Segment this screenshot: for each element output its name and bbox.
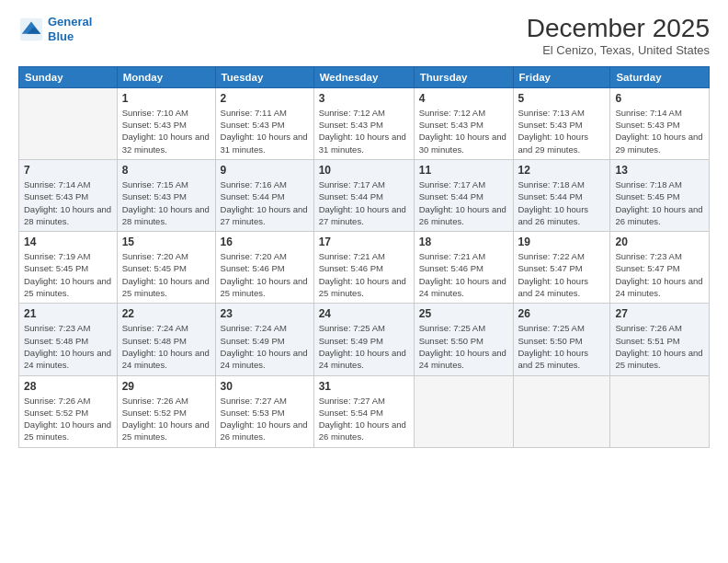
day-info: Sunrise: 7:26 AMSunset: 5:52 PMDaylight:…	[24, 395, 112, 443]
day-info: Sunrise: 7:22 AMSunset: 5:47 PMDaylight:…	[518, 250, 606, 299]
day-number: 24	[319, 307, 409, 320]
col-header-tuesday: Tuesday	[215, 66, 313, 87]
day-number: 2	[221, 92, 309, 105]
logo-icon	[18, 17, 44, 42]
calendar-cell: 28Sunrise: 7:26 AMSunset: 5:52 PMDayligh…	[19, 375, 118, 447]
calendar-cell: 25Sunrise: 7:25 AMSunset: 5:50 PMDayligh…	[414, 304, 513, 375]
day-info: Sunrise: 7:12 AMSunset: 5:43 PMDaylight:…	[319, 107, 409, 155]
day-info: Sunrise: 7:25 AMSunset: 5:49 PMDaylight:…	[319, 322, 409, 371]
calendar-cell: 4Sunrise: 7:12 AMSunset: 5:43 PMDaylight…	[414, 87, 513, 159]
day-info: Sunrise: 7:18 AMSunset: 5:44 PMDaylight:…	[518, 178, 606, 227]
day-info: Sunrise: 7:17 AMSunset: 5:44 PMDaylight:…	[319, 178, 409, 227]
day-info: Sunrise: 7:14 AMSunset: 5:43 PMDaylight:…	[615, 107, 704, 155]
month-title: December 2025	[527, 15, 710, 43]
calendar-cell: 22Sunrise: 7:24 AMSunset: 5:48 PMDayligh…	[117, 304, 215, 375]
calendar-cell: 18Sunrise: 7:21 AMSunset: 5:46 PMDayligh…	[414, 232, 513, 304]
day-info: Sunrise: 7:27 AMSunset: 5:53 PMDaylight:…	[221, 395, 309, 443]
day-number: 30	[221, 380, 309, 393]
day-number: 15	[122, 236, 210, 248]
day-info: Sunrise: 7:26 AMSunset: 5:52 PMDaylight:…	[122, 395, 210, 443]
calendar-cell	[414, 375, 513, 447]
calendar-cell: 19Sunrise: 7:22 AMSunset: 5:47 PMDayligh…	[513, 232, 610, 304]
day-number: 11	[419, 164, 508, 177]
title-block: December 2025 El Cenizo, Texas, United S…	[527, 15, 710, 57]
day-number: 6	[615, 92, 704, 105]
day-info: Sunrise: 7:21 AMSunset: 5:46 PMDaylight:…	[419, 250, 508, 299]
calendar-cell	[19, 87, 118, 159]
day-number: 26	[518, 307, 606, 320]
calendar-cell: 20Sunrise: 7:23 AMSunset: 5:47 PMDayligh…	[610, 232, 710, 304]
day-info: Sunrise: 7:15 AMSunset: 5:43 PMDaylight:…	[122, 178, 210, 227]
day-info: Sunrise: 7:12 AMSunset: 5:43 PMDaylight:…	[419, 107, 508, 155]
logo: General Blue	[18, 15, 92, 43]
day-info: Sunrise: 7:16 AMSunset: 5:44 PMDaylight:…	[221, 178, 309, 227]
calendar-cell: 8Sunrise: 7:15 AMSunset: 5:43 PMDaylight…	[117, 159, 215, 231]
day-info: Sunrise: 7:14 AMSunset: 5:43 PMDaylight:…	[24, 178, 112, 227]
day-info: Sunrise: 7:26 AMSunset: 5:51 PMDaylight:…	[615, 322, 704, 371]
day-info: Sunrise: 7:11 AMSunset: 5:43 PMDaylight:…	[221, 107, 309, 155]
day-number: 8	[122, 164, 210, 177]
day-number: 7	[24, 164, 112, 177]
day-number: 20	[615, 236, 704, 248]
day-info: Sunrise: 7:23 AMSunset: 5:48 PMDaylight:…	[24, 322, 112, 371]
calendar-cell: 6Sunrise: 7:14 AMSunset: 5:43 PMDaylight…	[610, 87, 710, 159]
col-header-thursday: Thursday	[414, 66, 513, 87]
calendar-week-row: 28Sunrise: 7:26 AMSunset: 5:52 PMDayligh…	[19, 375, 710, 447]
calendar-cell: 7Sunrise: 7:14 AMSunset: 5:43 PMDaylight…	[19, 159, 118, 231]
calendar-cell: 13Sunrise: 7:18 AMSunset: 5:45 PMDayligh…	[610, 159, 710, 231]
header: General Blue December 2025 El Cenizo, Te…	[18, 15, 710, 57]
calendar-cell: 15Sunrise: 7:20 AMSunset: 5:45 PMDayligh…	[117, 232, 215, 304]
day-number: 3	[319, 92, 409, 105]
calendar-cell: 17Sunrise: 7:21 AMSunset: 5:46 PMDayligh…	[313, 232, 414, 304]
day-number: 10	[319, 164, 409, 177]
calendar-table: SundayMondayTuesdayWednesdayThursdayFrid…	[18, 66, 710, 448]
calendar-week-row: 1Sunrise: 7:10 AMSunset: 5:43 PMDaylight…	[19, 87, 710, 159]
calendar-cell: 3Sunrise: 7:12 AMSunset: 5:43 PMDaylight…	[313, 87, 414, 159]
col-header-wednesday: Wednesday	[313, 66, 414, 87]
calendar-cell: 14Sunrise: 7:19 AMSunset: 5:45 PMDayligh…	[19, 232, 118, 304]
col-header-sunday: Sunday	[19, 66, 118, 87]
day-info: Sunrise: 7:18 AMSunset: 5:45 PMDaylight:…	[615, 178, 704, 227]
day-number: 22	[122, 307, 210, 320]
calendar-cell: 30Sunrise: 7:27 AMSunset: 5:53 PMDayligh…	[215, 375, 313, 447]
calendar-header-row: SundayMondayTuesdayWednesdayThursdayFrid…	[19, 66, 710, 87]
day-number: 4	[419, 92, 508, 105]
calendar-cell: 23Sunrise: 7:24 AMSunset: 5:49 PMDayligh…	[215, 304, 313, 375]
logo-blue-word: Blue	[48, 29, 74, 43]
calendar-week-row: 7Sunrise: 7:14 AMSunset: 5:43 PMDaylight…	[19, 159, 710, 231]
calendar-cell: 29Sunrise: 7:26 AMSunset: 5:52 PMDayligh…	[117, 375, 215, 447]
page: General Blue December 2025 El Cenizo, Te…	[0, 0, 728, 563]
day-number: 27	[615, 307, 704, 320]
day-info: Sunrise: 7:21 AMSunset: 5:46 PMDaylight:…	[319, 250, 409, 299]
calendar-cell: 5Sunrise: 7:13 AMSunset: 5:43 PMDaylight…	[513, 87, 610, 159]
calendar-cell: 11Sunrise: 7:17 AMSunset: 5:44 PMDayligh…	[414, 159, 513, 231]
day-info: Sunrise: 7:24 AMSunset: 5:48 PMDaylight:…	[122, 322, 210, 371]
day-number: 16	[221, 236, 309, 248]
day-info: Sunrise: 7:20 AMSunset: 5:46 PMDaylight:…	[221, 250, 309, 299]
day-number: 21	[24, 307, 112, 320]
calendar-cell: 27Sunrise: 7:26 AMSunset: 5:51 PMDayligh…	[610, 304, 710, 375]
day-info: Sunrise: 7:13 AMSunset: 5:43 PMDaylight:…	[518, 107, 606, 155]
calendar-cell	[513, 375, 610, 447]
day-info: Sunrise: 7:17 AMSunset: 5:44 PMDaylight:…	[419, 178, 508, 227]
calendar-cell: 12Sunrise: 7:18 AMSunset: 5:44 PMDayligh…	[513, 159, 610, 231]
day-info: Sunrise: 7:10 AMSunset: 5:43 PMDaylight:…	[122, 107, 210, 155]
day-number: 18	[419, 236, 508, 248]
calendar-cell: 10Sunrise: 7:17 AMSunset: 5:44 PMDayligh…	[313, 159, 414, 231]
day-number: 12	[518, 164, 606, 177]
location-subtitle: El Cenizo, Texas, United States	[527, 43, 710, 57]
col-header-monday: Monday	[117, 66, 215, 87]
calendar-cell: 21Sunrise: 7:23 AMSunset: 5:48 PMDayligh…	[19, 304, 118, 375]
calendar-cell: 24Sunrise: 7:25 AMSunset: 5:49 PMDayligh…	[313, 304, 414, 375]
day-number: 25	[419, 307, 508, 320]
calendar-cell: 2Sunrise: 7:11 AMSunset: 5:43 PMDaylight…	[215, 87, 313, 159]
logo-text: General Blue	[48, 15, 92, 43]
logo-general: General	[48, 15, 92, 29]
day-info: Sunrise: 7:25 AMSunset: 5:50 PMDaylight:…	[518, 322, 606, 371]
day-number: 28	[24, 380, 112, 393]
day-info: Sunrise: 7:19 AMSunset: 5:45 PMDaylight:…	[24, 250, 112, 299]
day-number: 29	[122, 380, 210, 393]
calendar-cell: 1Sunrise: 7:10 AMSunset: 5:43 PMDaylight…	[117, 87, 215, 159]
day-info: Sunrise: 7:25 AMSunset: 5:50 PMDaylight:…	[419, 322, 508, 371]
day-info: Sunrise: 7:20 AMSunset: 5:45 PMDaylight:…	[122, 250, 210, 299]
